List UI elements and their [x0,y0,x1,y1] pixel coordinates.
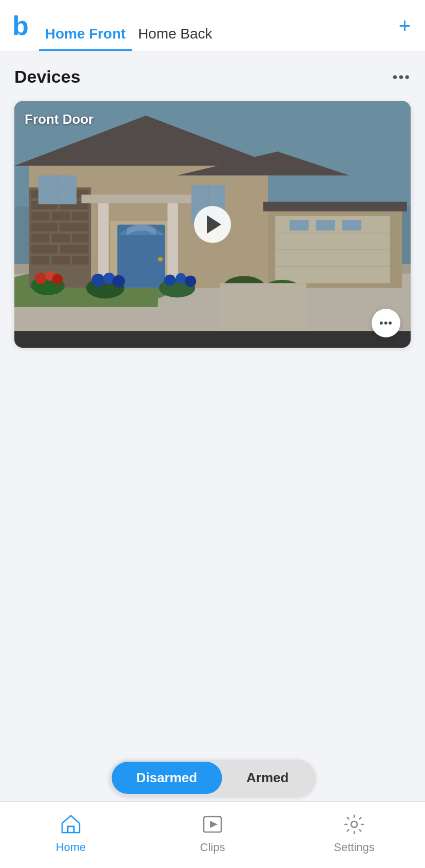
section-header: Devices ••• [14,67,411,87]
svg-marker-67 [210,821,218,828]
main-content: Devices ••• [0,51,425,709]
home-icon [57,811,84,838]
section-more-button[interactable]: ••• [393,69,411,85]
tab-home-front[interactable]: Home Front [39,0,132,51]
nav-clips[interactable]: Clips [142,811,283,854]
add-location-button[interactable]: + [397,15,413,36]
arm-toggle: Disarmed Armed [110,760,316,796]
header: b Home Front Home Back + [0,0,425,51]
svg-rect-65 [68,826,74,833]
tab-home-back[interactable]: Home Back [132,0,219,51]
camera-more-button[interactable]: ••• [372,309,400,337]
disarmed-button[interactable]: Disarmed [112,762,222,794]
armed-button[interactable]: Armed [222,762,313,794]
svg-point-68 [351,821,357,827]
tab-bar: Home Front Home Back [39,0,397,51]
nav-home-label: Home [56,841,86,854]
nav-home[interactable]: Home [0,811,142,854]
nav-clips-label: Clips [200,841,225,854]
play-button[interactable] [194,206,231,243]
camera-card[interactable]: Front Door ••• [14,101,411,348]
nav-settings-label: Settings [334,841,375,854]
clips-icon [199,811,226,838]
nav-settings[interactable]: Settings [283,811,425,854]
section-title: Devices [14,67,81,87]
play-icon [207,215,221,234]
camera-label: Front Door [25,111,93,127]
app-logo: b [12,12,29,39]
bottom-nav: Home Clips Settings [0,801,425,868]
settings-icon [341,811,368,838]
